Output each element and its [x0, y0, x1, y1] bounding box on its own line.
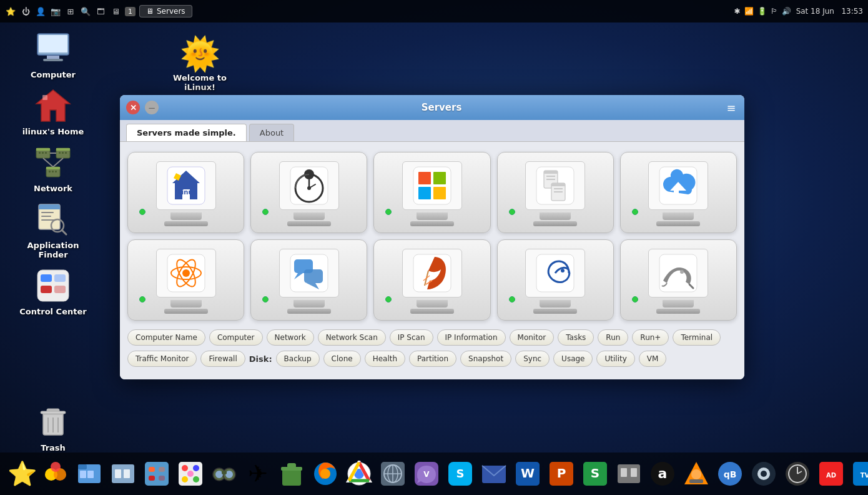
svg-rect-57 — [418, 187, 431, 199]
dock-chrome[interactable] — [343, 458, 375, 489]
dock-a-icon[interactable]: a — [647, 458, 678, 489]
btn-terminal[interactable]: Terminal — [673, 329, 721, 346]
btn-run[interactable]: Run — [598, 329, 628, 346]
dock-bubbles[interactable] — [40, 458, 71, 489]
dock-firefox[interactable] — [310, 458, 341, 489]
dock-vlc[interactable] — [681, 458, 712, 489]
server-card-ilinux[interactable]: iLinux — [127, 152, 244, 233]
screenshot-icon[interactable]: 📷 — [50, 6, 61, 17]
search-icon[interactable]: 🔍 — [80, 6, 91, 17]
battery-icon[interactable]: 🔋 — [757, 7, 767, 16]
svg-rect-114 — [287, 463, 296, 468]
btn-tasks[interactable]: Tasks — [558, 329, 594, 346]
window-minimize-button[interactable]: ─ — [145, 101, 159, 114]
dock-steam[interactable] — [748, 458, 779, 489]
btn-network[interactable]: Network — [267, 329, 314, 346]
server-card-files[interactable] — [497, 152, 614, 233]
dock-anydesk[interactable]: AD — [816, 458, 847, 489]
server-card-timemachine[interactable] — [250, 152, 367, 233]
taskbar-window-servers[interactable]: 🖥 Servers — [139, 5, 192, 18]
button-row-2: Traffic Monitor Firewall Disk: Backup Cl… — [127, 351, 737, 367]
dock-proxy[interactable] — [377, 458, 408, 489]
server-grid: iLinux — [127, 152, 737, 321]
btn-health[interactable]: Health — [365, 351, 405, 367]
power-icon[interactable]: ⏻ — [20, 6, 31, 17]
dock-teamviewer[interactable]: TV — [849, 458, 868, 489]
sidebar-item-home[interactable]: ilinux's Home — [12, 86, 94, 136]
btn-vm[interactable]: VM — [639, 351, 667, 367]
btn-partition[interactable]: Partition — [409, 351, 456, 367]
dock-word[interactable]: W — [512, 458, 543, 489]
server-card-windows[interactable] — [373, 152, 490, 233]
server-base — [656, 221, 700, 226]
server-card-cloud[interactable] — [620, 152, 737, 233]
dock-file-manager[interactable] — [107, 458, 139, 489]
svg-rect-3 — [43, 59, 63, 61]
star-icon[interactable]: ⭐ — [5, 6, 16, 17]
btn-backup[interactable]: Backup — [276, 351, 320, 367]
svg-point-104 — [182, 476, 188, 482]
dock-presentation[interactable]: P — [546, 458, 577, 489]
btn-monitor[interactable]: Monitor — [510, 329, 555, 346]
flag-icon[interactable]: 🏳 — [771, 7, 778, 16]
disk-label: Disk: — [249, 354, 272, 364]
svg-rect-5 — [42, 95, 47, 100]
svg-rect-55 — [418, 172, 431, 184]
dock-binoculars[interactable] — [209, 458, 240, 489]
server-card-electron[interactable] — [127, 239, 244, 321]
volume-icon[interactable]: 🔊 — [782, 7, 791, 16]
btn-computer-name[interactable]: Computer Name — [127, 329, 205, 346]
window-icon[interactable]: 🗔 — [95, 6, 106, 17]
dock-skype[interactable]: S — [445, 458, 476, 489]
dock-time-machine[interactable] — [782, 458, 813, 489]
btn-traffic-monitor[interactable]: Traffic Monitor — [127, 351, 197, 367]
tab-about[interactable]: About — [249, 124, 294, 141]
btn-network-scan[interactable]: Network Scan — [318, 329, 386, 346]
dock-viber[interactable]: V — [411, 458, 442, 489]
sidebar-item-network[interactable]: Network — [12, 142, 94, 193]
btn-usage[interactable]: Usage — [553, 351, 593, 367]
dock-mail[interactable] — [478, 458, 510, 489]
btn-ip-scan[interactable]: IP Scan — [390, 329, 433, 346]
window-menu-button[interactable]: ≡ — [724, 101, 738, 114]
btn-snapshot[interactable]: Snapshot — [460, 351, 511, 367]
server-stand — [540, 300, 571, 308]
dock-qbittorrent[interactable]: qB — [714, 458, 746, 489]
dock-plane[interactable]: ✈️ — [242, 458, 274, 489]
sidebar-item-controlcenter[interactable]: Control Center — [12, 266, 94, 316]
signal-icon[interactable]: 📶 — [744, 7, 754, 16]
server-card-feather[interactable] — [373, 239, 490, 321]
svg-rect-141 — [689, 479, 703, 483]
dock-files-manager[interactable] — [74, 458, 105, 489]
bluetooth-icon[interactable]: ✱ — [734, 7, 741, 16]
server-base — [410, 309, 454, 314]
btn-ip-information[interactable]: IP Information — [437, 329, 506, 346]
sidebar-item-computer[interactable]: Computer — [12, 29, 94, 79]
server-card-mariadb[interactable] — [620, 239, 737, 321]
dock-settings[interactable] — [141, 458, 172, 489]
dock-star[interactable]: ⭐ — [6, 458, 37, 489]
btn-clone[interactable]: Clone — [323, 351, 361, 367]
btn-run-plus[interactable]: Run+ — [632, 329, 669, 346]
workspace-badge[interactable]: 1 — [125, 7, 136, 16]
users-icon[interactable]: 👤 — [35, 6, 46, 17]
server-card-dolphin[interactable] — [497, 239, 614, 321]
window-close-button[interactable]: ✕ — [126, 101, 140, 114]
dock-bin[interactable] — [276, 458, 307, 489]
dock-sheets[interactable]: S — [579, 458, 611, 489]
desktop-icon-welcome[interactable]: 🌞 Welcome toiLinux! — [169, 35, 231, 92]
dock-palette[interactable] — [175, 458, 206, 489]
sidebar-item-appfinder[interactable]: Application Finder — [12, 199, 94, 259]
grid-icon[interactable]: ⊞ — [65, 6, 76, 17]
btn-computer[interactable]: Computer — [209, 329, 263, 346]
monitor-icon[interactable]: 🖥 — [110, 6, 121, 17]
btn-firewall[interactable]: Firewall — [200, 351, 245, 367]
btn-utility[interactable]: Utility — [596, 351, 634, 367]
status-dot — [509, 296, 515, 302]
btn-sync[interactable]: Sync — [515, 351, 550, 367]
tab-main[interactable]: Servers made simple. — [126, 124, 247, 141]
server-card-chat[interactable] — [250, 239, 367, 321]
sidebar-item-trash[interactable]: Trash — [12, 402, 94, 452]
sidebar: Computer ilinux's Home — [0, 22, 106, 452]
dock-files2[interactable] — [613, 458, 644, 489]
